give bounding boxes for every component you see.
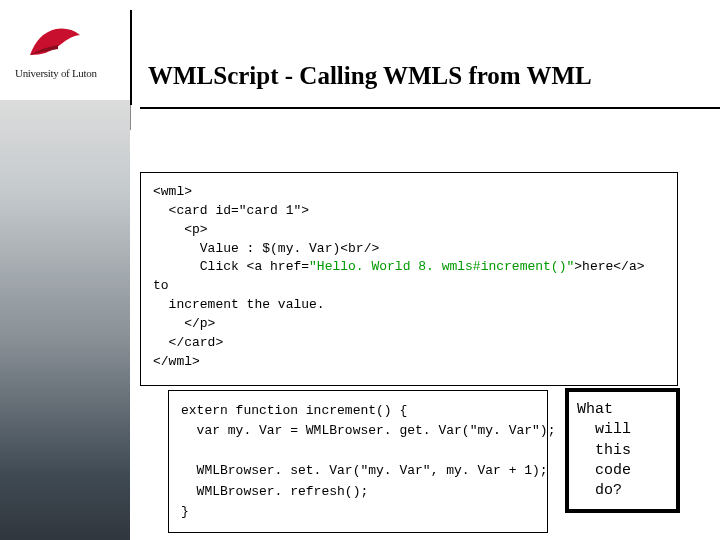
slide-title: WMLScript - Calling WMLS from WML bbox=[148, 62, 592, 90]
code-line: Value : $(my. Var)<br/> bbox=[153, 241, 379, 256]
code-line: <p> bbox=[153, 222, 208, 237]
code-line: </wml> bbox=[153, 354, 200, 369]
question-line: do? bbox=[577, 482, 622, 499]
divider-vertical bbox=[130, 10, 132, 105]
question-line: will bbox=[577, 421, 631, 438]
code-line: WMLBrowser. set. Var("my. Var", my. Var … bbox=[181, 463, 548, 478]
code-block-wml: <wml> <card id="card 1"> <p> Value : $(m… bbox=[140, 172, 678, 386]
question-box: What will this code do? bbox=[565, 388, 680, 513]
code-line: Click <a href="Hello. World 8. wmls#incr… bbox=[153, 259, 652, 293]
code-block-wmlscript: extern function increment() { var my. Va… bbox=[168, 390, 548, 533]
code-line: </p> bbox=[153, 316, 215, 331]
code-line: </card> bbox=[153, 335, 223, 350]
logo-mark-icon bbox=[28, 25, 83, 63]
logo-text: University of Luton bbox=[15, 67, 97, 79]
code-line: } bbox=[181, 504, 189, 519]
divider-vertical-faint bbox=[130, 105, 131, 130]
code-line: var my. Var = WMLBrowser. get. Var("my. … bbox=[181, 423, 555, 438]
question-line: What bbox=[577, 401, 613, 418]
question-line: this bbox=[577, 442, 631, 459]
code-line: <wml> bbox=[153, 184, 192, 199]
logo: University of Luton bbox=[15, 25, 97, 79]
background-photo-strip bbox=[0, 100, 130, 540]
code-line: extern function increment() { bbox=[181, 403, 407, 418]
code-text: Click <a href= bbox=[153, 259, 309, 274]
code-line: WMLBrowser. refresh(); bbox=[181, 484, 368, 499]
divider-horizontal bbox=[140, 107, 720, 109]
code-line: <card id="card 1"> bbox=[153, 203, 309, 218]
question-line: code bbox=[577, 462, 631, 479]
code-href: "Hello. World 8. wmls#increment()" bbox=[309, 259, 574, 274]
code-line: increment the value. bbox=[153, 297, 325, 312]
